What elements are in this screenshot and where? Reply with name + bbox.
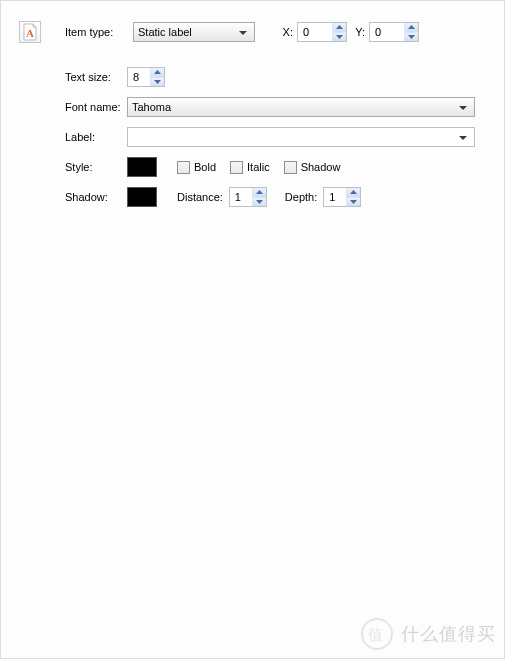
spin-up-icon[interactable] <box>151 68 164 78</box>
style-row: Style: Bold Italic Shadow <box>19 157 486 177</box>
watermark-text: 什么值得买 <box>401 622 496 646</box>
svg-text:A: A <box>26 27 34 39</box>
x-spinner[interactable]: 0 <box>297 22 347 42</box>
style-label: Style: <box>65 161 127 173</box>
italic-label: Italic <box>247 161 270 173</box>
distance-value: 1 <box>230 188 252 206</box>
text-size-spinner[interactable]: 8 <box>127 67 165 87</box>
label-row: Label: <box>19 127 486 147</box>
font-name-row: Font name: Tahoma <box>19 97 486 117</box>
chevron-down-icon <box>456 101 470 113</box>
shadow-row: Shadow: Distance: 1 Depth: 1 <box>19 187 486 207</box>
text-size-value: 8 <box>128 68 150 86</box>
font-name-label: Font name: <box>65 101 127 113</box>
spin-up-icon[interactable] <box>405 23 418 33</box>
distance-label: Distance: <box>177 191 223 203</box>
chevron-down-icon <box>456 131 470 143</box>
shadow-checkbox-label: Shadow <box>301 161 341 173</box>
spin-down-icon[interactable] <box>347 198 360 207</box>
spin-up-icon[interactable] <box>253 188 266 198</box>
checkbox-icon <box>284 161 297 174</box>
style-color-swatch[interactable] <box>127 157 157 177</box>
chevron-down-icon <box>236 26 250 38</box>
label-combobox[interactable] <box>127 127 475 147</box>
bold-checkbox[interactable]: Bold <box>177 161 216 174</box>
italic-checkbox[interactable]: Italic <box>230 161 270 174</box>
x-label: X: <box>281 26 293 38</box>
text-item-icon: A <box>19 21 41 43</box>
spin-down-icon[interactable] <box>253 198 266 207</box>
label-field-label: Label: <box>65 131 127 143</box>
bold-label: Bold <box>194 161 216 173</box>
y-spinner[interactable]: 0 <box>369 22 419 42</box>
shadow-checkbox[interactable]: Shadow <box>284 161 341 174</box>
watermark-logo-icon: 值 <box>359 616 395 652</box>
depth-value: 1 <box>324 188 346 206</box>
svg-text:值: 值 <box>368 626 384 643</box>
watermark: 值 什么值得买 <box>359 616 496 652</box>
depth-label: Depth: <box>285 191 317 203</box>
font-name-dropdown[interactable]: Tahoma <box>127 97 475 117</box>
shadow-color-swatch[interactable] <box>127 187 157 207</box>
depth-spinner[interactable]: 1 <box>323 187 361 207</box>
font-name-value: Tahoma <box>132 101 456 113</box>
spin-down-icon[interactable] <box>333 33 346 42</box>
text-size-row: Text size: 8 <box>19 67 486 87</box>
item-type-dropdown[interactable]: Static label <box>133 22 255 42</box>
checkbox-icon <box>230 161 243 174</box>
item-type-value: Static label <box>138 26 236 38</box>
y-value: 0 <box>370 23 404 41</box>
checkbox-icon <box>177 161 190 174</box>
spin-up-icon[interactable] <box>347 188 360 198</box>
spin-down-icon[interactable] <box>151 78 164 87</box>
shadow-label: Shadow: <box>65 191 127 203</box>
text-size-label: Text size: <box>65 71 127 83</box>
spin-down-icon[interactable] <box>405 33 418 42</box>
spin-up-icon[interactable] <box>333 23 346 33</box>
x-value: 0 <box>298 23 332 41</box>
item-type-label: Item type: <box>65 26 125 38</box>
y-label: Y: <box>353 26 365 38</box>
header-row: A Item type: Static label X: 0 Y: 0 <box>19 21 486 43</box>
distance-spinner[interactable]: 1 <box>229 187 267 207</box>
